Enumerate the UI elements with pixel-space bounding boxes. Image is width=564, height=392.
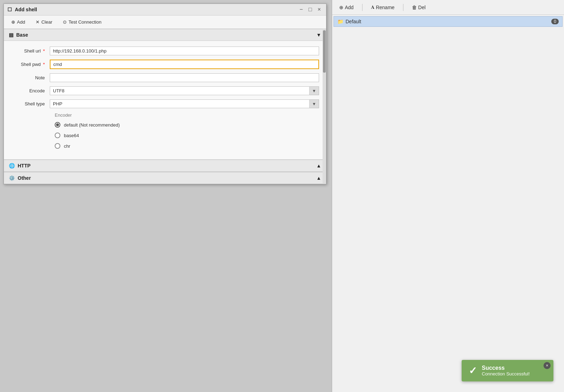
right-add-button[interactable]: ⊕ Add xyxy=(336,3,356,12)
base-section-toggle-icon: ▼ xyxy=(316,32,321,38)
toast-title: Success xyxy=(482,365,530,371)
toast-notification: ✓ Success Connection Successful! × xyxy=(462,360,553,381)
dialog-title: ☐ Add shell xyxy=(7,7,37,12)
base-section-header[interactable]: ▤ Base ▼ xyxy=(4,29,326,41)
encoder-default-row[interactable]: default (Not recommended) xyxy=(55,122,319,128)
add-button[interactable]: ⊕ Add xyxy=(7,18,30,26)
test-connection-label: Test Connection xyxy=(68,19,101,25)
other-section-title: Other xyxy=(18,175,31,181)
http-section-header-left: 🌐 HTTP xyxy=(9,163,31,169)
folder-icon: 📁 xyxy=(337,19,343,24)
http-section-title: HTTP xyxy=(18,163,31,169)
encoder-base64-label: base64 xyxy=(64,133,79,138)
toast-check-icon: ✓ xyxy=(469,365,477,376)
right-rename-icon: 𝐀 xyxy=(371,4,374,10)
minimize-button[interactable]: − xyxy=(298,6,305,13)
right-panel: ⊕ Add 𝐀 Rename 🗑 Del 📁 Default 0 xyxy=(332,0,564,392)
right-delete-label: Del xyxy=(418,5,426,10)
note-row: Note xyxy=(11,73,319,82)
test-connection-icon: ⊙ xyxy=(63,19,67,25)
dialog-scroll-area: ▤ Base ▼ Shell url * Shel xyxy=(4,29,326,184)
toolbar-separator-1 xyxy=(362,4,362,11)
shell-pwd-row: Shell pwd * xyxy=(11,60,319,69)
shell-pwd-label: Shell pwd * xyxy=(11,62,50,67)
dialog-titlebar: ☐ Add shell − □ × xyxy=(4,4,326,16)
clear-label: Clear xyxy=(41,19,52,25)
close-button[interactable]: × xyxy=(316,6,323,13)
toast-close-button[interactable]: × xyxy=(544,362,551,369)
shell-pwd-required: * xyxy=(43,62,45,67)
toast-text: Success Connection Successful! xyxy=(482,365,530,376)
right-delete-button[interactable]: 🗑 Del xyxy=(409,3,428,12)
encoder-section-label: Encoder xyxy=(55,112,319,118)
add-icon: ⊕ xyxy=(11,19,15,25)
right-list: 📁 Default 0 xyxy=(332,15,564,28)
right-add-icon: ⊕ xyxy=(339,5,343,10)
shell-pwd-input[interactable] xyxy=(50,60,319,69)
encode-row: Encode UTF8 GBK ISO-8859-1 ▼ xyxy=(11,86,319,95)
clear-button[interactable]: ✕ Clear xyxy=(31,18,57,26)
encoder-default-label: default (Not recommended) xyxy=(64,122,120,128)
right-add-label: Add xyxy=(345,5,354,10)
encoder-base64-row[interactable]: base64 xyxy=(55,133,319,138)
encode-label: Encode xyxy=(11,88,50,93)
http-section: 🌐 HTTP ▲ xyxy=(4,159,326,172)
scrollbar-thumb[interactable] xyxy=(323,30,326,73)
shell-url-row: Shell url * xyxy=(11,47,319,55)
note-label: Note xyxy=(11,75,50,80)
dialog-toolbar: ⊕ Add ✕ Clear ⊙ Test Connection xyxy=(4,16,326,29)
right-toolbar: ⊕ Add 𝐀 Rename 🗑 Del xyxy=(332,0,564,15)
list-item[interactable]: 📁 Default 0 xyxy=(334,16,563,27)
list-item-name: Default xyxy=(346,19,361,24)
encode-select-wrap: UTF8 GBK ISO-8859-1 ▼ xyxy=(50,86,319,95)
base-section-icon: ▤ xyxy=(9,32,13,38)
add-label: Add xyxy=(17,19,25,25)
http-section-header[interactable]: 🌐 HTTP ▲ xyxy=(4,160,326,172)
base-section-title: Base xyxy=(16,32,28,38)
shell-url-input[interactable] xyxy=(50,47,319,55)
other-section: ⚙️ Other ▲ xyxy=(4,172,326,184)
dialog-title-text: Add shell xyxy=(15,7,37,12)
base-section-body: Shell url * Shell pwd * Note xyxy=(4,41,326,159)
list-item-left: 📁 Default xyxy=(337,19,361,24)
http-section-toggle-icon: ▲ xyxy=(316,163,321,169)
dialog-title-icon: ☐ xyxy=(7,7,12,12)
encoder-base64-radio[interactable] xyxy=(55,133,60,138)
scrollbar[interactable] xyxy=(323,29,326,184)
other-section-icon: ⚙️ xyxy=(9,175,15,181)
list-item-badge: 0 xyxy=(551,19,559,24)
dialog-controls: − □ × xyxy=(298,6,323,13)
encoder-chr-row[interactable]: chr xyxy=(55,143,319,149)
right-rename-button[interactable]: 𝐀 Rename xyxy=(368,3,397,12)
http-section-icon: 🌐 xyxy=(9,163,15,169)
shell-type-label: Shell type xyxy=(11,101,50,106)
add-shell-dialog: ☐ Add shell − □ × ⊕ Add ✕ Clear ⊙ Test C… xyxy=(4,4,326,184)
other-section-header[interactable]: ⚙️ Other ▲ xyxy=(4,172,326,184)
encode-select[interactable]: UTF8 GBK ISO-8859-1 xyxy=(50,86,319,95)
other-section-header-left: ⚙️ Other xyxy=(9,175,31,181)
note-input[interactable] xyxy=(50,73,319,82)
right-rename-label: Rename xyxy=(376,5,395,10)
toast-subtitle: Connection Successful! xyxy=(482,371,530,376)
other-section-toggle-icon: ▲ xyxy=(316,175,321,181)
clear-icon: ✕ xyxy=(36,19,40,25)
shell-url-required: * xyxy=(43,48,45,54)
maximize-button[interactable]: □ xyxy=(307,6,314,13)
shell-url-label: Shell url * xyxy=(11,48,50,54)
shell-type-row: Shell type PHP ASP ASPX JSP ▼ xyxy=(11,99,319,108)
base-section-header-left: ▤ Base xyxy=(9,32,28,38)
shell-type-select[interactable]: PHP ASP ASPX JSP xyxy=(50,99,319,108)
test-connection-button[interactable]: ⊙ Test Connection xyxy=(58,18,106,26)
encoder-chr-radio[interactable] xyxy=(55,143,60,149)
shell-type-select-wrap: PHP ASP ASPX JSP ▼ xyxy=(50,99,319,108)
encoder-default-radio[interactable] xyxy=(55,122,60,128)
encoder-chr-label: chr xyxy=(64,143,70,149)
toolbar-separator-2 xyxy=(403,4,403,11)
right-delete-icon: 🗑 xyxy=(412,5,417,10)
